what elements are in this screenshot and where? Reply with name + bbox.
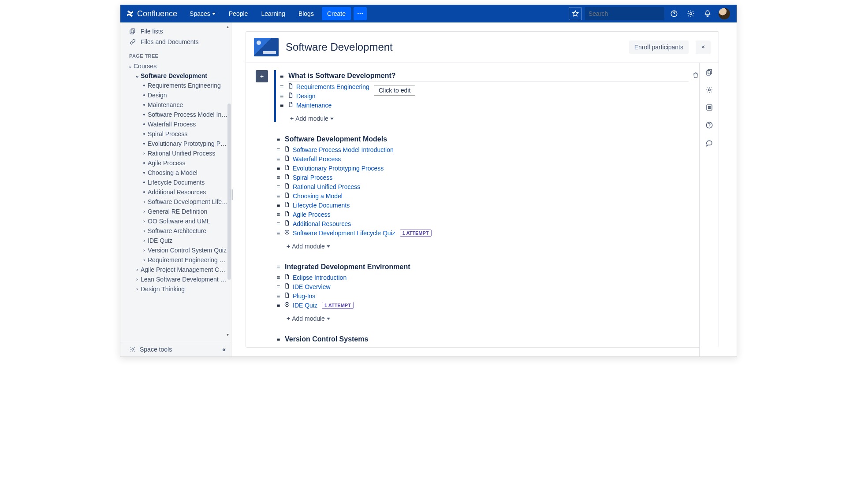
help-button[interactable] bbox=[667, 7, 681, 21]
notifications-button[interactable] bbox=[701, 7, 715, 21]
search-input[interactable] bbox=[589, 10, 666, 17]
scroll-down-icon[interactable]: ▾ bbox=[225, 332, 230, 337]
drag-handle-icon[interactable]: ≡ bbox=[275, 211, 281, 218]
space-tools[interactable]: Space tools « bbox=[120, 342, 231, 356]
tree-item[interactable]: ›Design Thinking bbox=[120, 284, 231, 294]
tree-item[interactable]: ›IDE Quiz bbox=[120, 236, 231, 245]
tree-item[interactable]: ›Software Architecture bbox=[120, 226, 231, 236]
drag-handle-icon[interactable]: ≡ bbox=[275, 193, 281, 199]
tree-item[interactable]: ›OO Software and UML bbox=[120, 216, 231, 226]
more-menu-button[interactable] bbox=[354, 7, 367, 20]
drag-handle-icon[interactable]: ≡ bbox=[279, 93, 285, 99]
enroll-participants-button[interactable]: Enroll participants bbox=[629, 41, 689, 54]
create-button[interactable]: Create bbox=[322, 7, 351, 20]
add-section-button[interactable]: + bbox=[256, 70, 268, 82]
nav-blogs[interactable]: Blogs bbox=[293, 5, 319, 22]
module-link[interactable]: Waterfall Process bbox=[293, 156, 341, 163]
module-link[interactable]: Additional Resources bbox=[293, 220, 351, 227]
scroll-up-icon[interactable]: ▴ bbox=[225, 24, 230, 29]
module-link[interactable]: Software Process Model Introduction bbox=[293, 146, 394, 153]
drag-handle-icon[interactable]: ≡ bbox=[275, 274, 281, 281]
module-link[interactable]: Lifecycle Documents bbox=[293, 202, 350, 209]
tree-current-page[interactable]: ⌄ Software Development bbox=[120, 71, 231, 81]
tree-item[interactable]: •Waterfall Process bbox=[120, 119, 231, 129]
tree-item[interactable]: ›Requirement Engineering Quiz bbox=[120, 255, 231, 265]
module-link[interactable]: Spiral Process bbox=[293, 174, 332, 181]
drag-handle-icon[interactable]: ≡ bbox=[275, 264, 281, 270]
product-logo[interactable]: Confluence bbox=[126, 9, 177, 19]
tree-item[interactable]: •Design bbox=[120, 90, 231, 100]
module-link[interactable]: IDE Quiz bbox=[293, 302, 317, 309]
tree-item[interactable]: •Spiral Process bbox=[120, 129, 231, 139]
section-title[interactable]: Software Development Models bbox=[285, 133, 699, 145]
drag-handle-icon[interactable]: ≡ bbox=[279, 102, 285, 108]
rail-help-button[interactable] bbox=[704, 120, 714, 130]
rail-comment-button[interactable] bbox=[704, 138, 714, 148]
tree-item[interactable]: •Maintenance bbox=[120, 100, 231, 110]
section-title[interactable]: Integrated Development Environment bbox=[285, 261, 699, 273]
drag-handle-icon[interactable]: ≡ bbox=[275, 302, 281, 308]
delete-section-button[interactable] bbox=[692, 72, 699, 80]
sidebar-scroll[interactable]: File lists Files and Documents PAGE TREE… bbox=[120, 22, 231, 342]
drag-handle-icon[interactable]: ≡ bbox=[275, 230, 281, 236]
drag-handle-icon[interactable]: ≡ bbox=[275, 284, 281, 290]
module-link[interactable]: Evolutionary Prototyping Process bbox=[293, 165, 384, 172]
drag-handle-icon[interactable]: ≡ bbox=[275, 184, 281, 190]
drag-handle-icon[interactable]: ≡ bbox=[275, 202, 281, 208]
tree-root-courses[interactable]: ⌄ Courses bbox=[120, 61, 231, 71]
rail-list-button[interactable] bbox=[704, 103, 714, 112]
module-link[interactable]: Choosing a Model bbox=[293, 193, 343, 200]
drag-handle-icon[interactable]: ≡ bbox=[275, 336, 281, 342]
module-link[interactable]: Rational Unified Process bbox=[293, 183, 360, 190]
sidebar-resize-handle[interactable] bbox=[231, 189, 233, 200]
nav-people[interactable]: People bbox=[224, 5, 253, 22]
tree-item[interactable]: •Agile Process bbox=[120, 158, 231, 168]
tree-item[interactable]: •Requirements Engineering bbox=[120, 81, 231, 90]
sidebar-link-files-docs[interactable]: Files and Documents bbox=[120, 37, 231, 47]
tree-item[interactable]: •Additional Resources bbox=[120, 187, 231, 197]
drag-handle-icon[interactable]: ≡ bbox=[275, 156, 281, 162]
tree-item[interactable]: •Lifecycle Documents bbox=[120, 178, 231, 187]
tree-item[interactable]: ›Software Development Lifecycle Quiz bbox=[120, 197, 231, 207]
tree-item[interactable]: ›General RE Definition bbox=[120, 207, 231, 216]
tree-item[interactable]: ›Lean Software Development Fundamentals bbox=[120, 274, 231, 284]
add-module-button[interactable]: +Add module bbox=[290, 115, 334, 122]
drag-handle-icon[interactable]: ≡ bbox=[279, 73, 285, 79]
drag-handle-icon[interactable]: ≡ bbox=[275, 147, 281, 153]
nav-learning[interactable]: Learning bbox=[256, 5, 291, 22]
module-link[interactable]: Agile Process bbox=[293, 211, 331, 218]
drag-handle-icon[interactable]: ≡ bbox=[275, 221, 281, 227]
tree-item[interactable]: •Choosing a Model bbox=[120, 168, 231, 178]
add-module-button[interactable]: +Add module bbox=[287, 243, 330, 250]
module-link[interactable]: Maintenance bbox=[296, 102, 332, 109]
add-module-button[interactable]: +Add module bbox=[287, 315, 330, 322]
tree-item[interactable]: •Evolutionary Prototyping Process bbox=[120, 139, 231, 148]
module-link[interactable]: Eclipse Introduction bbox=[293, 274, 347, 281]
drag-handle-icon[interactable]: ≡ bbox=[275, 174, 281, 181]
sidebar-link-file-lists[interactable]: File lists bbox=[120, 26, 231, 37]
tree-item[interactable]: •Software Process Model Introduction bbox=[120, 110, 231, 119]
rail-copy-button[interactable] bbox=[704, 67, 714, 77]
rail-settings-button[interactable] bbox=[704, 85, 714, 95]
drag-handle-icon[interactable]: ≡ bbox=[275, 293, 281, 299]
module-link[interactable]: Plug-Ins bbox=[293, 293, 315, 300]
module-link[interactable]: IDE Overview bbox=[293, 283, 331, 290]
tree-item[interactable]: ›Rational Unified Process bbox=[120, 148, 231, 158]
drag-handle-icon[interactable]: ≡ bbox=[275, 136, 281, 142]
module-link[interactable]: Software Development Lifecycle Quiz bbox=[293, 230, 395, 237]
page-more-button[interactable] bbox=[696, 41, 711, 54]
settings-button[interactable] bbox=[684, 7, 698, 21]
module-link[interactable]: Design bbox=[296, 93, 316, 100]
tree-item[interactable]: ›Agile Project Management Course bbox=[120, 265, 231, 274]
section-title[interactable]: What is Software Development? bbox=[288, 70, 689, 82]
module-link[interactable]: Requirements Engineering bbox=[296, 83, 369, 90]
drag-handle-icon[interactable]: ≡ bbox=[275, 165, 281, 171]
nav-spaces[interactable]: Spaces bbox=[184, 5, 221, 22]
search-box[interactable] bbox=[585, 7, 664, 20]
drag-handle-icon[interactable]: ≡ bbox=[279, 84, 285, 90]
starred-button[interactable] bbox=[568, 7, 582, 21]
section-title[interactable]: Version Control Systems bbox=[285, 334, 699, 345]
tree-item[interactable]: ›Version Control System Quiz bbox=[120, 245, 231, 255]
profile-button[interactable] bbox=[717, 7, 731, 21]
collapse-sidebar-icon[interactable]: « bbox=[222, 346, 226, 353]
